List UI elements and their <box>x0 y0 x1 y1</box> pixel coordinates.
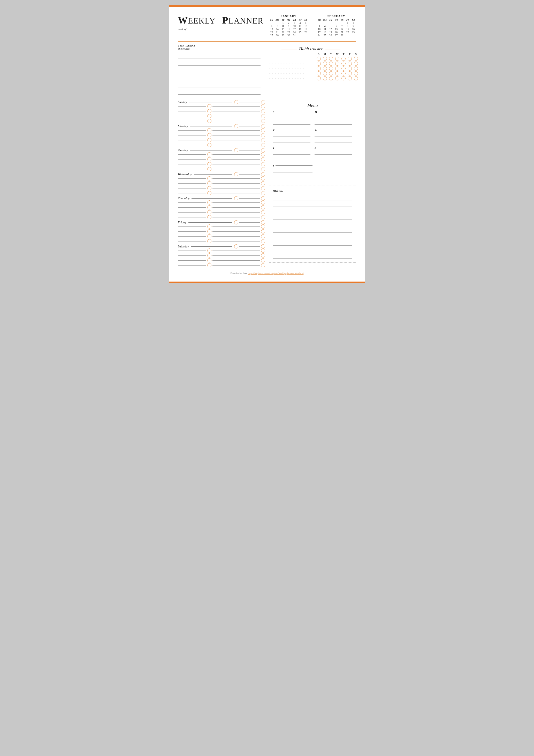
monday-circle-2[interactable] <box>207 133 211 137</box>
wednesday-circle-3b[interactable] <box>261 186 265 190</box>
friday-circle-4b[interactable] <box>261 239 265 243</box>
saturday-circle-3b[interactable] <box>261 258 265 262</box>
tuesday-circle-4[interactable] <box>207 167 211 171</box>
tuesday-circle-3[interactable] <box>207 162 211 166</box>
wednesday-circle-2[interactable] <box>207 181 211 185</box>
footer-link[interactable]: https://onplanners.com/template/weekly-p… <box>248 272 304 275</box>
habit-circle[interactable] <box>348 76 352 80</box>
tuesday-circle-2[interactable] <box>207 157 211 161</box>
habit-circle[interactable] <box>335 67 339 70</box>
saturday-circle-4[interactable] <box>207 263 211 267</box>
sunday-circle-1[interactable] <box>207 104 211 108</box>
thursday-circle-header[interactable] <box>234 196 238 201</box>
habit-circle[interactable] <box>335 76 339 80</box>
friday-circle-1b[interactable] <box>261 225 265 229</box>
tuesday-circle-4b[interactable] <box>261 167 265 171</box>
friday-circle-header[interactable] <box>234 220 238 225</box>
tuesday-circle-1[interactable] <box>207 152 211 156</box>
thursday-circle-header2[interactable] <box>261 196 265 201</box>
habit-circle[interactable] <box>348 57 352 61</box>
friday-circle-3[interactable] <box>207 234 211 238</box>
habit-circle[interactable] <box>329 76 333 80</box>
wednesday-circle-1b[interactable] <box>261 176 265 180</box>
monday-circle-4b[interactable] <box>261 143 265 147</box>
habit-circle[interactable] <box>354 57 358 61</box>
habit-circle[interactable] <box>354 67 358 70</box>
thursday-circle-2[interactable] <box>207 205 211 209</box>
thursday-circle-4b[interactable] <box>261 215 265 219</box>
thursday-circle-4[interactable] <box>207 215 211 219</box>
friday-circle-3b[interactable] <box>261 234 265 238</box>
saturday-circle-2[interactable] <box>207 254 211 257</box>
wednesday-circle-4b[interactable] <box>261 191 265 195</box>
monday-circle-4[interactable] <box>207 143 211 147</box>
thursday-circle-1[interactable] <box>207 201 211 204</box>
sunday-circle-3b[interactable] <box>261 114 265 118</box>
habit-circle[interactable] <box>329 62 333 66</box>
habit-circle[interactable] <box>317 76 321 80</box>
thursday-circle-3b[interactable] <box>261 210 265 214</box>
friday-circle-2[interactable] <box>207 229 211 233</box>
habit-circle[interactable] <box>341 76 346 80</box>
habit-circle[interactable] <box>317 67 321 70</box>
habit-circle[interactable] <box>348 71 352 75</box>
saturday-circle-header2[interactable] <box>261 244 265 249</box>
habit-circle[interactable] <box>341 62 346 66</box>
habit-circle[interactable] <box>323 57 327 61</box>
habit-circle[interactable] <box>354 62 358 66</box>
habit-circle[interactable] <box>317 57 321 61</box>
thursday-circle-2b[interactable] <box>261 205 265 209</box>
habit-circle[interactable] <box>317 71 321 75</box>
sunday-circle-2[interactable] <box>207 109 211 113</box>
habit-circle[interactable] <box>335 57 339 61</box>
monday-circle-2b[interactable] <box>261 133 265 137</box>
monday-circle-header[interactable] <box>234 124 238 128</box>
saturday-circle-1[interactable] <box>207 249 211 253</box>
wednesday-circle-header[interactable] <box>234 172 238 176</box>
saturday-circle-2b[interactable] <box>261 254 265 257</box>
habit-circle[interactable] <box>348 67 352 70</box>
tuesday-circle-1b[interactable] <box>261 152 265 156</box>
sunday-circle-1b[interactable] <box>261 104 265 108</box>
thursday-circle-3[interactable] <box>207 210 211 214</box>
habit-circle[interactable] <box>317 62 321 66</box>
monday-circle-3[interactable] <box>207 138 211 142</box>
monday-circle-3b[interactable] <box>261 138 265 142</box>
habit-circle[interactable] <box>341 67 346 70</box>
monday-circle-1[interactable] <box>207 128 211 132</box>
tuesday-circle-3b[interactable] <box>261 162 265 166</box>
habit-circle[interactable] <box>329 57 333 61</box>
sunday-circle-header[interactable] <box>234 100 238 104</box>
wednesday-circle-1[interactable] <box>207 176 211 180</box>
sunday-circle-3[interactable] <box>207 114 211 118</box>
sunday-circle-2b[interactable] <box>261 109 265 113</box>
tuesday-circle-header[interactable] <box>234 148 238 152</box>
friday-circle-1[interactable] <box>207 225 211 229</box>
habit-circle[interactable] <box>323 62 327 66</box>
wednesday-circle-2b[interactable] <box>261 181 265 185</box>
friday-circle-4[interactable] <box>207 239 211 243</box>
habit-circle[interactable] <box>341 71 346 75</box>
habit-circle[interactable] <box>323 67 327 70</box>
saturday-circle-1b[interactable] <box>261 249 265 253</box>
saturday-circle-header[interactable] <box>234 244 238 249</box>
habit-circle[interactable] <box>348 62 352 66</box>
wednesday-circle-4[interactable] <box>207 191 211 195</box>
habit-circle[interactable] <box>335 62 339 66</box>
habit-circle[interactable] <box>323 76 327 80</box>
habit-circle[interactable] <box>354 71 358 75</box>
thursday-circle-1b[interactable] <box>261 201 265 204</box>
habit-circle[interactable] <box>354 76 358 80</box>
habit-circle[interactable] <box>329 67 333 70</box>
wednesday-circle-header2[interactable] <box>261 172 265 176</box>
saturday-circle-4b[interactable] <box>261 263 265 267</box>
tuesday-circle-header2[interactable] <box>261 148 265 152</box>
tuesday-circle-2b[interactable] <box>261 157 265 161</box>
monday-circle-header2[interactable] <box>261 124 265 128</box>
sunday-circle-4[interactable] <box>207 119 211 123</box>
monday-circle-1b[interactable] <box>261 128 265 132</box>
habit-circle[interactable] <box>323 71 327 75</box>
habit-circle[interactable] <box>341 57 346 61</box>
habit-circle[interactable] <box>329 71 333 75</box>
saturday-circle-3[interactable] <box>207 258 211 262</box>
